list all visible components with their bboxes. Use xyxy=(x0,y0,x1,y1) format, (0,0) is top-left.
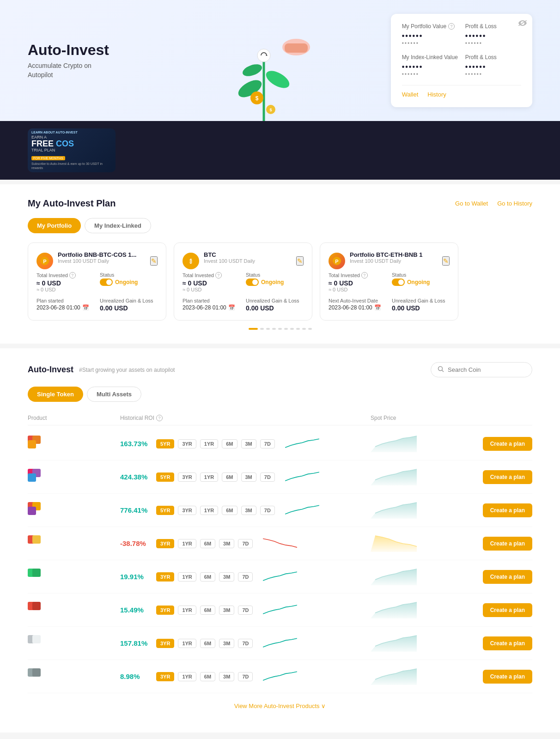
action-cell-7: Create a plan xyxy=(463,636,532,650)
create-plan-btn-8[interactable]: Create a plan xyxy=(483,670,532,684)
go-to-wallet-link[interactable]: Go to Wallet xyxy=(455,200,488,207)
page-dot-6[interactable] xyxy=(284,328,288,330)
product-icons-1 xyxy=(28,436,46,452)
page-dot-1[interactable] xyxy=(249,328,258,330)
period-btn-5yr-row1[interactable]: 5YR xyxy=(156,439,174,448)
period-btn-7d-row6[interactable]: 7D xyxy=(238,606,253,615)
svg-marker-21 xyxy=(371,436,417,452)
view-more-link[interactable]: View More Auto-Invest Products ∨ xyxy=(234,703,326,709)
period-btn-7d-row8[interactable]: 7D xyxy=(238,672,253,681)
status-toggle-3[interactable] xyxy=(392,279,405,286)
page-dot-9[interactable] xyxy=(302,328,306,330)
period-btn-1yr-row7[interactable]: 1YR xyxy=(178,639,196,648)
period-btn-3m-row5[interactable]: 3M xyxy=(219,572,234,582)
period-btn-7d-row3[interactable]: 7D xyxy=(260,506,275,515)
period-btn-7d-row2[interactable]: 7D xyxy=(260,472,275,482)
period-btn-3m-row6[interactable]: 3M xyxy=(219,606,234,615)
table-header: Product Historical ROI ? Spot Price xyxy=(28,411,532,425)
pnl2-item: Profit & Loss •••••• •••••• xyxy=(465,54,521,78)
roi-cell-5: 19.91% 3YR1YR6M3M7D xyxy=(120,569,371,585)
promo-banner: LEARN ABOUT AUTO-INVEST EARN A FREE COS … xyxy=(0,121,560,180)
period-btn-5yr-row3[interactable]: 5YR xyxy=(156,506,174,515)
period-btn-6m-row2[interactable]: 6M xyxy=(222,472,237,482)
period-btn-6m-row7[interactable]: 6M xyxy=(200,639,215,648)
period-btn-1yr-row8[interactable]: 1YR xyxy=(178,672,196,681)
plan-card-2-edit[interactable]: ✎ xyxy=(296,256,304,266)
period-btn-1yr-row2[interactable]: 1YR xyxy=(200,472,218,482)
period-btn-7d-row4[interactable]: 7D xyxy=(238,539,253,548)
plan-card-3-invested: Total Invested ? ≈ 0 USD ≈ 0 USD xyxy=(329,272,386,292)
period-btn-3yr-row8[interactable]: 3YR xyxy=(156,672,174,681)
invested-info-3[interactable]: ? xyxy=(361,272,368,279)
page-dot-2[interactable] xyxy=(260,328,264,330)
period-btn-3m-row7[interactable]: 3M xyxy=(219,639,234,648)
period-btn-1yr-row3[interactable]: 1YR xyxy=(200,506,218,515)
page-dot-3[interactable] xyxy=(266,328,270,330)
period-btn-3yr-row6[interactable]: 3YR xyxy=(156,606,174,615)
plan-card-3-edit[interactable]: ✎ xyxy=(442,256,450,266)
page-dot-7[interactable] xyxy=(290,328,294,330)
search-box[interactable] xyxy=(431,362,532,377)
invested-info-2[interactable]: ? xyxy=(215,272,222,279)
period-btn-1yr-row1[interactable]: 1YR xyxy=(200,439,218,448)
create-plan-btn-1[interactable]: Create a plan xyxy=(483,437,532,451)
create-plan-btn-6[interactable]: Create a plan xyxy=(483,603,532,617)
period-btn-6m-row8[interactable]: 6M xyxy=(200,672,215,681)
pnl-dots2: •••••• xyxy=(465,40,521,47)
create-plan-btn-3[interactable]: Create a plan xyxy=(483,503,532,517)
period-btn-3yr-row5[interactable]: 3YR xyxy=(156,572,174,582)
period-btn-3m-row2[interactable]: 3M xyxy=(241,472,256,482)
status-toggle[interactable] xyxy=(100,279,113,286)
period-btn-3m-row8[interactable]: 3M xyxy=(219,672,234,681)
portfolio-value-info[interactable]: ? xyxy=(448,23,455,30)
pnl2-dots: •••••• xyxy=(465,62,521,71)
tab-my-index-linked[interactable]: My Index-Linked xyxy=(85,218,151,233)
period-btn-7d-row1[interactable]: 7D xyxy=(260,439,275,448)
plan-card-3-header: P Portfolio BTC-ETH-BNB 1 Invest 100 USD… xyxy=(329,251,450,270)
period-btn-6m-row5[interactable]: 6M xyxy=(200,572,215,582)
period-btn-3yr-row7[interactable]: 3YR xyxy=(156,639,174,648)
period-btn-7d-row7[interactable]: 7D xyxy=(238,639,253,648)
page-dot-5[interactable] xyxy=(278,328,282,330)
invested-info[interactable]: ? xyxy=(69,272,76,279)
period-btn-5yr-row2[interactable]: 5YR xyxy=(156,472,174,482)
hide-values-icon[interactable] xyxy=(518,19,527,28)
create-plan-btn-2[interactable]: Create a plan xyxy=(483,470,532,484)
period-btn-3yr-row3[interactable]: 3YR xyxy=(178,506,196,515)
wallet-link[interactable]: Wallet xyxy=(402,91,419,98)
page-dot-8[interactable] xyxy=(296,328,300,330)
period-btn-6m-row3[interactable]: 6M xyxy=(222,506,237,515)
period-btn-7d-row5[interactable]: 7D xyxy=(238,572,253,582)
period-btn-1yr-row6[interactable]: 1YR xyxy=(178,606,196,615)
tab-my-portfolio[interactable]: My Portfolio xyxy=(28,218,81,233)
page-dot-10[interactable] xyxy=(308,328,312,330)
hero-text: Auto-Invest Accumulate Crypto on Autopil… xyxy=(28,42,109,79)
period-btn-6m-row4[interactable]: 6M xyxy=(200,539,215,548)
period-btn-1yr-row5[interactable]: 1YR xyxy=(178,572,196,582)
create-plan-btn-5[interactable]: Create a plan xyxy=(483,570,532,584)
history-link[interactable]: History xyxy=(427,91,446,98)
period-btn-3yr-row2[interactable]: 3YR xyxy=(178,472,196,482)
create-plan-btn-4[interactable]: Create a plan xyxy=(483,537,532,551)
status-toggle-2[interactable] xyxy=(246,279,259,286)
create-plan-btn-7[interactable]: Create a plan xyxy=(483,636,532,650)
period-btn-1yr-row4[interactable]: 1YR xyxy=(178,539,196,548)
go-to-history-link[interactable]: Go to History xyxy=(497,200,532,207)
period-btn-6m-row1[interactable]: 6M xyxy=(222,439,237,448)
tab-multi-assets[interactable]: Multi Assets xyxy=(87,387,141,402)
period-btn-6m-row6[interactable]: 6M xyxy=(200,606,215,615)
plan-card-1-edit[interactable]: ✎ xyxy=(150,256,158,266)
period-btn-3yr-row4[interactable]: 3YR xyxy=(156,539,174,548)
page-dot-4[interactable] xyxy=(272,328,276,330)
promo-card[interactable]: LEARN ABOUT AUTO-INVEST EARN A FREE COS … xyxy=(28,128,116,172)
period-btn-3yr-row1[interactable]: 3YR xyxy=(178,439,196,448)
period-btn-3m-row3[interactable]: 3M xyxy=(241,506,256,515)
plan-card-1-header: P Portfolio BNB-BTC-COS 1... Invest 100 … xyxy=(37,251,158,270)
roi-info-icon[interactable]: ? xyxy=(156,415,163,421)
th-historical-roi: Historical ROI ? xyxy=(120,415,371,421)
period-btn-3m-row1[interactable]: 3M xyxy=(241,439,256,448)
my-plan-links: Go to Wallet Go to History xyxy=(455,200,532,207)
period-btn-3m-row4[interactable]: 3M xyxy=(219,539,234,548)
tab-single-token[interactable]: Single Token xyxy=(28,387,83,402)
search-coin-input[interactable] xyxy=(448,366,525,373)
